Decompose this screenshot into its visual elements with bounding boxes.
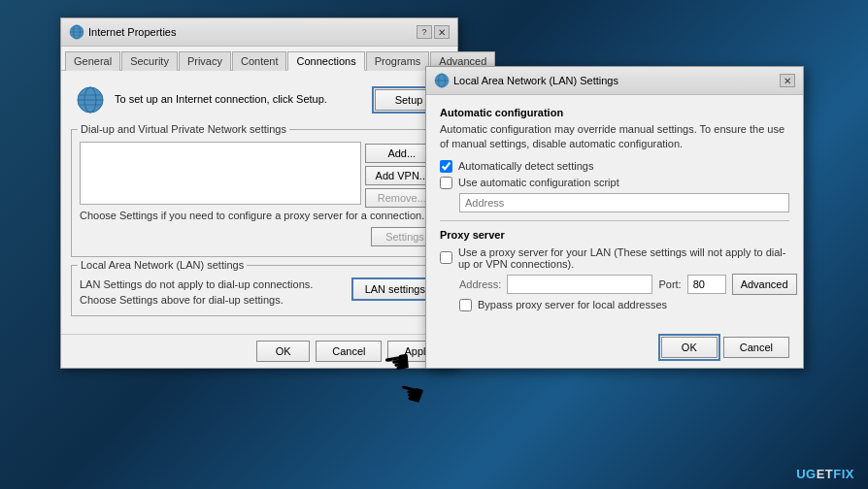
proxy-checkbox-row: Use a proxy server for your LAN (These s… [440, 246, 789, 270]
script-address-row [459, 193, 789, 212]
lan-dialog-body: Automatic configuration Automatic config… [426, 95, 803, 331]
bypass-row: Bypass proxy server for local addresses [459, 299, 789, 311]
proxy-hint: Choose Settings if you need to configure… [80, 209, 439, 223]
port-input[interactable] [687, 275, 726, 294]
lan-cancel-button[interactable]: Cancel [723, 337, 789, 358]
internet-cancel-button[interactable]: Cancel [316, 341, 382, 362]
dialup-group: Dial-up and Virtual Private Network sett… [71, 129, 448, 257]
use-auto-script-label: Use automatic configuration script [458, 177, 619, 188]
auto-detect-row: Automatically detect settings [440, 160, 789, 173]
settings-btn-row: Settings [80, 227, 439, 246]
setup-description: To set up an Internet connection, click … [115, 92, 365, 107]
tab-security[interactable]: Security [121, 51, 178, 71]
bypass-label: Bypass proxy server for local addresses [478, 299, 667, 310]
dialup-group-label: Dial-up and Virtual Private Network sett… [78, 123, 289, 135]
tab-privacy[interactable]: Privacy [179, 51, 231, 71]
proxy-address-row: Address: Port: Advanced [459, 274, 789, 295]
lan-group-label: Local Area Network (LAN) settings [78, 259, 247, 271]
lan-content: LAN Settings do not apply to dial-up con… [80, 277, 439, 308]
lan-settings-icon [434, 73, 450, 88]
auto-config-heading: Automatic configuration [440, 107, 789, 118]
tab-content[interactable]: Content [232, 51, 287, 71]
use-auto-script-row: Use automatic configuration script [440, 177, 789, 189]
internet-ok-button[interactable]: OK [256, 341, 310, 362]
auto-detect-checkbox[interactable] [440, 160, 452, 173]
lan-dialog-bottom: OK Cancel [426, 331, 803, 368]
proxy-checkbox-label: Use a proxy server for your LAN (These s… [458, 246, 789, 270]
auto-detect-label: Automatically detect settings [458, 160, 593, 172]
titlebar-buttons: ? ✕ [417, 25, 450, 39]
internet-dialog-bottom: OK Cancel Apply [61, 334, 457, 368]
proxy-address-input[interactable] [507, 275, 652, 294]
watermark-fix: FIX [833, 467, 854, 481]
titlebar-title: Internet Properties [88, 26, 177, 38]
close-button[interactable]: ✕ [434, 25, 450, 39]
cursor-hand-2: ☛ [394, 374, 428, 413]
globe-icon [76, 85, 105, 114]
divider [440, 220, 789, 221]
lan-description: LAN Settings do not apply to dial-up con… [80, 277, 351, 308]
titlebar-left: Internet Properties [69, 24, 177, 40]
watermark-ug: UG [796, 467, 817, 481]
connections-body: To set up an Internet connection, click … [61, 71, 457, 334]
proxy-section-heading: Proxy server [440, 229, 789, 241]
setup-row: To set up an Internet connection, click … [71, 81, 448, 119]
watermark-text: UGETFIX [796, 467, 854, 481]
auto-config-description: Automatic configuration may override man… [440, 122, 789, 152]
watermark-et: ET [817, 467, 834, 481]
lan-ok-button[interactable]: OK [661, 337, 718, 358]
tab-general[interactable]: General [65, 51, 120, 71]
lan-titlebar: Local Area Network (LAN) Settings ✕ [426, 67, 803, 95]
bypass-checkbox[interactable] [459, 299, 472, 311]
lan-settings-dialog: Local Area Network (LAN) Settings ✕ Auto… [425, 66, 804, 369]
watermark: UGETFIX [796, 467, 854, 481]
lan-titlebar-title: Local Area Network (LAN) Settings [453, 75, 618, 86]
use-auto-script-checkbox[interactable] [440, 177, 452, 189]
tab-programs[interactable]: Programs [366, 51, 430, 71]
internet-properties-icon [69, 24, 84, 40]
vpn-list[interactable] [80, 142, 361, 205]
tabs-row: General Security Privacy Content Connect… [61, 47, 457, 71]
proxy-checkbox[interactable] [440, 251, 452, 264]
advanced-button[interactable]: Advanced [732, 274, 797, 295]
help-button[interactable]: ? [417, 25, 432, 39]
tab-connections[interactable]: Connections [287, 51, 364, 71]
lan-group: Local Area Network (LAN) settings LAN Se… [71, 265, 448, 316]
port-label: Port: [658, 278, 681, 290]
titlebar: Internet Properties ? ✕ [61, 18, 457, 47]
lan-close-button[interactable]: ✕ [780, 74, 795, 87]
internet-properties-dialog: Internet Properties ? ✕ General Security… [60, 17, 458, 369]
script-address-input[interactable] [459, 193, 789, 212]
dialup-content: Add... Add VPN... Remove... [80, 142, 439, 205]
lan-titlebar-left: Local Area Network (LAN) Settings [434, 73, 618, 88]
proxy-address-label: Address: [459, 278, 501, 290]
lan-titlebar-buttons: ✕ [780, 74, 795, 87]
